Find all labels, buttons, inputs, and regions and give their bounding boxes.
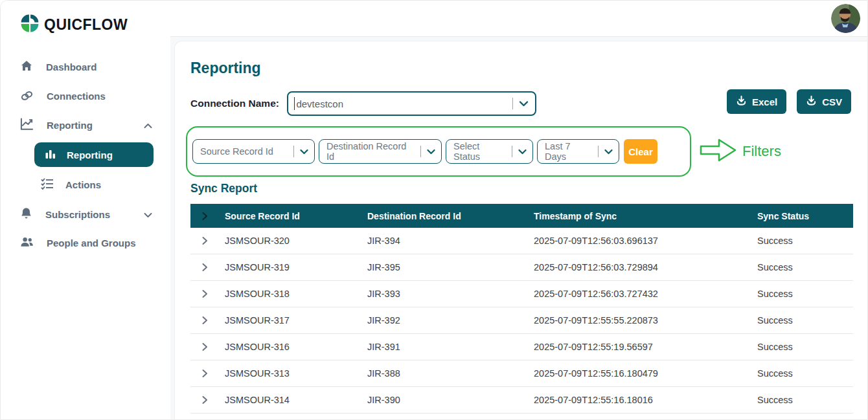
row-expand-chevron-icon[interactable] <box>200 316 225 325</box>
status-filter[interactable]: Select Status <box>446 139 533 164</box>
sidebar-item-subscriptions[interactable]: Subscriptions <box>1 200 170 229</box>
clear-filters-button[interactable]: Clear <box>624 139 657 164</box>
select-divider <box>598 146 599 157</box>
timestamp-cell: 2025-07-09T12:56:03.696137 <box>534 236 757 246</box>
sidebar: QUICFLOW Dashboard Connections Reporti <box>1 1 170 419</box>
table-body: JSMSOUR-320JIR-3942025-07-09T12:56:03.69… <box>190 228 853 414</box>
sync-report-title: Sync Report <box>190 182 851 195</box>
header-expand-chevron-icon <box>200 212 225 221</box>
quicflow-logo-icon <box>20 14 40 36</box>
sidebar-item-reporting-active[interactable]: Reporting <box>34 142 154 167</box>
sync-status-cell: Success <box>757 395 853 405</box>
table-row: JSMSOUR-313JIR-3882025-07-09T12:55:16.18… <box>190 360 853 387</box>
filter-placeholder: Select Status <box>453 141 508 162</box>
sidebar-item-label: Reporting <box>47 120 93 131</box>
annotation-arrow-icon <box>700 137 737 166</box>
source-record-id-cell: JSMSOUR-320 <box>225 236 367 246</box>
sync-status-cell: Success <box>757 236 853 246</box>
row-expand-chevron-icon[interactable] <box>200 369 225 378</box>
chevron-down-icon <box>518 146 527 157</box>
sidebar-item-people-and-groups[interactable]: People and Groups <box>1 229 170 257</box>
chevron-down-icon <box>427 146 435 157</box>
table-row: JSMSOUR-320JIR-3942025-07-09T12:56:03.69… <box>190 228 853 254</box>
table-row: JSMSOUR-316JIR-3912025-07-09T12:55:19.56… <box>190 334 853 360</box>
bell-icon <box>20 207 32 222</box>
source-record-id-cell: JSMSOUR-316 <box>225 342 367 352</box>
people-icon <box>20 236 34 250</box>
timestamp-cell: 2025-07-09T12:55:19.56597 <box>534 342 757 352</box>
select-divider <box>293 146 294 157</box>
source-record-id-cell: JSMSOUR-318 <box>225 289 367 299</box>
combobox-divider <box>512 98 513 109</box>
sidebar-item-label: Subscriptions <box>45 209 110 220</box>
row-expand-chevron-icon[interactable] <box>200 289 225 298</box>
main-area: Reporting Connection Name: devtestcon <box>170 37 867 419</box>
timestamp-cell: 2025-07-09T12:56:03.729894 <box>534 262 757 272</box>
table-row: JSMSOUR-314JIR-3902025-07-09T12:55:16.18… <box>190 387 853 414</box>
download-icon <box>736 95 747 108</box>
brand-logo: QUICFLOW <box>1 1 170 36</box>
export-buttons: Excel CSV <box>727 89 851 114</box>
topbar <box>170 1 867 37</box>
select-divider <box>420 146 421 157</box>
chevron-down-icon <box>604 146 613 157</box>
sidebar-item-connections[interactable]: Connections <box>1 82 170 111</box>
destination-record-id-filter[interactable]: Destination Record Id <box>319 139 442 164</box>
sidebar-nav: Dashboard Connections Reporting <box>1 52 170 257</box>
sidebar-item-label: People and Groups <box>47 238 136 249</box>
filter-placeholder: Source Record Id <box>200 146 290 157</box>
date-range-filter[interactable]: Last 7 Days <box>537 139 619 164</box>
destination-record-id-cell: JIR-394 <box>367 236 534 246</box>
export-excel-button[interactable]: Excel <box>727 89 786 114</box>
home-icon <box>20 60 33 74</box>
sidebar-item-reporting-parent[interactable]: Reporting <box>1 111 170 140</box>
row-expand-chevron-icon[interactable] <box>200 236 225 245</box>
row-expand-chevron-icon[interactable] <box>200 395 225 404</box>
bar-chart-icon <box>45 148 56 162</box>
destination-record-id-cell: JIR-393 <box>367 289 534 299</box>
connection-name-value: devtestcon <box>296 98 508 109</box>
source-record-id-filter[interactable]: Source Record Id <box>192 139 315 164</box>
select-divider <box>512 146 512 157</box>
export-csv-button[interactable]: CSV <box>797 89 851 114</box>
filters-annotation-box: Source Record Id Destination Record Id S… <box>186 126 691 177</box>
col-destination-record-id: Destination Record Id <box>367 211 534 221</box>
source-record-id-cell: JSMSOUR-317 <box>225 315 367 326</box>
sidebar-item-label: Connections <box>47 91 106 102</box>
sync-status-cell: Success <box>757 289 853 299</box>
source-record-id-cell: JSMSOUR-313 <box>225 368 367 379</box>
destination-record-id-cell: JIR-392 <box>367 315 534 326</box>
checklist-icon <box>41 178 54 192</box>
sidebar-item-actions[interactable]: Actions <box>1 170 170 200</box>
table-row: JSMSOUR-318JIR-3932025-07-09T12:56:03.72… <box>190 281 853 307</box>
row-expand-chevron-icon[interactable] <box>200 342 225 351</box>
export-excel-label: Excel <box>752 96 777 107</box>
chevron-down-icon <box>519 98 529 109</box>
sync-status-cell: Success <box>757 368 853 379</box>
sidebar-item-label: Dashboard <box>46 61 97 72</box>
timestamp-cell: 2025-07-09T12:55:55.220873 <box>534 315 757 326</box>
content-card: Reporting Connection Name: devtestcon <box>174 41 867 419</box>
table-header: Source Record Id Destination Record Id T… <box>190 204 853 228</box>
filters-row: Source Record Id Destination Record Id S… <box>186 126 851 177</box>
col-source-record-id: Source Record Id <box>225 211 367 221</box>
destination-record-id-cell: JIR-395 <box>367 262 534 272</box>
sidebar-item-dashboard[interactable]: Dashboard <box>1 52 170 82</box>
col-timestamp-of-sync: Timestamp of Sync <box>534 211 757 221</box>
destination-record-id-cell: JIR-388 <box>367 368 534 379</box>
col-sync-status: Sync Status <box>757 211 853 221</box>
connection-name-combobox[interactable]: devtestcon <box>287 91 536 116</box>
user-avatar[interactable] <box>831 4 860 33</box>
filter-value: Last 7 Days <box>545 141 594 162</box>
sync-status-cell: Success <box>757 315 853 326</box>
timestamp-cell: 2025-07-09T12:55:16.18016 <box>534 395 757 405</box>
chevron-down-icon <box>300 146 308 157</box>
source-record-id-cell: JSMSOUR-319 <box>225 262 367 272</box>
line-chart-icon <box>20 118 34 133</box>
row-expand-chevron-icon[interactable] <box>200 263 225 272</box>
sync-status-cell: Success <box>757 342 853 352</box>
chevron-down-icon <box>144 209 152 220</box>
table-row: JSMSOUR-319JIR-3952025-07-09T12:56:03.72… <box>190 254 853 281</box>
sync-report-table: Source Record Id Destination Record Id T… <box>190 204 853 414</box>
sidebar-item-label: Reporting <box>67 149 113 160</box>
